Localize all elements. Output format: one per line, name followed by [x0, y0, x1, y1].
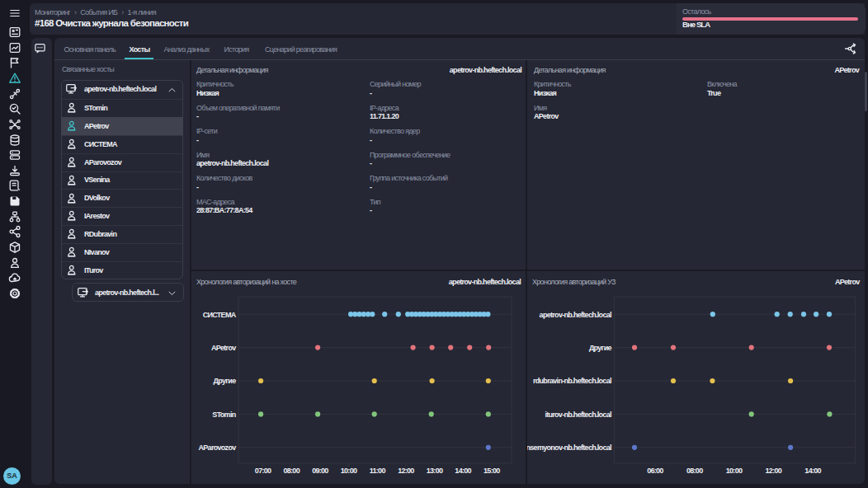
svg-text:12:00: 12:00 [766, 467, 782, 475]
svg-text:AParovozov: AParovozov [198, 443, 236, 452]
svg-text:06:00: 06:00 [647, 467, 663, 475]
svg-text:10:00: 10:00 [341, 467, 357, 475]
svg-text:apetrov-nb.heftech.local: apetrov-nb.heftech.local [540, 311, 611, 319]
svg-text:14:00: 14:00 [455, 467, 471, 475]
svg-text:rdubravin-nb.heftech.local: rdubravin-nb.heftech.local [533, 377, 611, 385]
svg-text:nsemyonov-nb.heftech.local: nsemyonov-nb.heftech.local [527, 443, 611, 452]
svg-text:10:00: 10:00 [726, 467, 743, 475]
svg-text:Другие: Другие [589, 344, 612, 352]
svg-text:STomin: STomin [212, 411, 235, 419]
svg-text:07:00: 07:00 [255, 467, 271, 475]
svg-text:08:00: 08:00 [686, 467, 703, 475]
svg-text:СИСТЕМА: СИСТЕМА [203, 311, 237, 319]
svg-text:Другие: Другие [214, 377, 237, 385]
svg-text:iturov-nb.heftech.local: iturov-nb.heftech.local [545, 411, 611, 419]
svg-text:15:00: 15:00 [484, 467, 500, 475]
svg-text:13:00: 13:00 [427, 467, 443, 475]
svg-text:APetrov: APetrov [211, 344, 236, 352]
svg-text:12:00: 12:00 [398, 467, 414, 475]
svg-text:09:00: 09:00 [312, 467, 328, 475]
svg-text:08:00: 08:00 [283, 467, 300, 475]
svg-text:14:00: 14:00 [804, 467, 821, 475]
svg-text:11:00: 11:00 [370, 467, 386, 475]
